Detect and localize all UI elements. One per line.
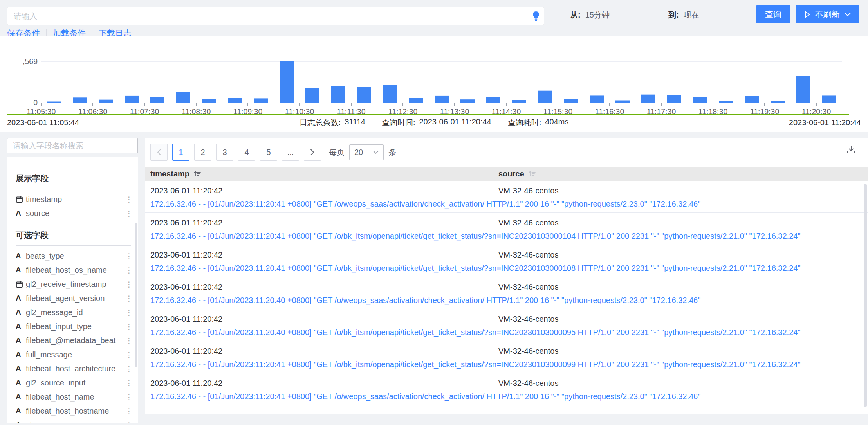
field-name: filebeat_host_os_name <box>26 266 125 275</box>
query-search-input[interactable] <box>7 12 528 21</box>
log-timestamp: 2023-06-01 11:20:42 <box>150 186 498 195</box>
log-source: VM-32-46-centos <box>498 283 558 292</box>
field-item[interactable]: A filebeat_@metadata_beat ⋮ <box>16 333 131 348</box>
auto-refresh-button[interactable]: 不刷新 <box>796 5 859 23</box>
log-row[interactable]: 2023-06-01 11:20:42 VM-32-46-centos 172.… <box>145 245 868 277</box>
field-item[interactable]: A source ⋮ <box>16 206 131 220</box>
query-button[interactable]: 查询 <box>756 5 790 23</box>
field-menu-icon[interactable]: ⋮ <box>125 322 131 331</box>
histogram-bar <box>176 92 190 103</box>
string-field-icon: A <box>16 294 26 303</box>
divider <box>16 189 131 189</box>
string-field-icon: A <box>16 393 26 401</box>
field-name: filebeat_@metadata_beat <box>26 336 125 345</box>
log-timestamp: 2023-06-01 11:20:42 <box>150 379 498 388</box>
histogram-panel: 11:05:3011:06:3011:07:3011:08:3011:09:30… <box>0 36 868 132</box>
field-item[interactable]: A beats_type ⋮ <box>16 249 131 263</box>
hint-bulb-icon[interactable] <box>528 7 544 25</box>
log-row[interactable]: 2023-06-01 11:20:42 VM-32-46-centos 172.… <box>145 181 868 213</box>
field-menu-icon[interactable]: ⋮ <box>125 294 131 303</box>
sort-icon[interactable] <box>193 170 201 178</box>
log-count-histogram: 11:05:3011:06:3011:07:3011:08:3011:09:30… <box>23 39 846 117</box>
to-label: 到: <box>668 10 679 20</box>
source-column-header: source <box>498 169 524 178</box>
field-name: filebeat_host_name <box>26 393 125 402</box>
time-range-picker[interactable]: 从: 15分钟 到: 现在 <box>556 7 735 23</box>
field-search-input[interactable] <box>7 138 138 153</box>
log-source: VM-32-46-centos <box>498 218 558 227</box>
histogram-bar <box>150 97 164 103</box>
field-item[interactable]: A filebeat_host_os_name ⋮ <box>16 263 131 277</box>
histogram-bar <box>538 91 552 103</box>
log-row[interactable]: 2023-06-01 11:20:42 VM-32-46-centos 172.… <box>145 341 868 373</box>
field-item[interactable]: A filebeat_input_type ⋮ <box>16 319 131 333</box>
log-row[interactable]: 2023-06-01 11:20:42 VM-32-46-centos 172.… <box>145 373 868 405</box>
field-menu-icon[interactable]: ⋮ <box>125 393 131 402</box>
field-item[interactable]: timestamp ⋮ <box>16 192 131 206</box>
next-page-button[interactable] <box>304 144 321 161</box>
field-menu-icon[interactable]: ⋮ <box>125 378 131 387</box>
page-button-3[interactable]: 3 <box>216 144 233 161</box>
log-row[interactable]: 2023-06-01 11:20:42 VM-32-46-centos 172.… <box>145 309 868 341</box>
download-icon[interactable] <box>846 145 856 156</box>
per-page-label: 每页 <box>329 147 345 158</box>
shown-fields-title: 展示字段 <box>16 173 131 184</box>
field-item[interactable]: A gl2_message_id ⋮ <box>16 305 131 319</box>
field-name: timestamp <box>26 195 125 204</box>
per-page-select[interactable]: 20 <box>349 144 384 160</box>
field-name: filebeat_host_hostname <box>26 407 125 416</box>
to-value: 现在 <box>684 10 699 20</box>
ellipsis-page-button[interactable]: ... <box>282 144 299 161</box>
y-zero-label: 0 <box>33 98 38 107</box>
table-scrollbar[interactable] <box>864 184 867 407</box>
page-button-1[interactable]: 1 <box>172 144 189 161</box>
field-menu-icon[interactable]: ⋮ <box>125 407 131 416</box>
string-field-icon: A <box>16 336 26 345</box>
log-row[interactable]: 2023-06-01 11:20:42 VM-32-46-centos 172.… <box>145 277 868 309</box>
sidebar-scrollbar[interactable] <box>135 223 137 367</box>
histogram-bar <box>667 95 681 103</box>
field-menu-icon[interactable]: ⋮ <box>125 266 131 275</box>
field-menu-icon[interactable]: ⋮ <box>125 252 131 261</box>
field-item[interactable]: A filebeat_host_architecture ⋮ <box>16 362 131 376</box>
y-max-label: 4,569 <box>23 57 38 66</box>
field-menu-icon[interactable]: ⋮ <box>125 209 131 218</box>
string-field-icon: A <box>16 209 26 218</box>
prev-page-button[interactable] <box>150 144 168 161</box>
field-menu-icon[interactable]: ⋮ <box>125 364 131 373</box>
page-button-4[interactable]: 4 <box>238 144 255 161</box>
field-item[interactable]: gl2_receive_timestamp ⋮ <box>16 277 131 291</box>
log-rows: 2023-06-01 11:20:42 VM-32-46-centos 172.… <box>145 181 868 405</box>
log-message: 172.16.32.46 - - [01/Jun/2023:11:20:40 +… <box>150 328 868 337</box>
field-item[interactable]: A full_message ⋮ <box>16 348 131 362</box>
histogram-bar <box>822 95 836 103</box>
log-timestamp: 2023-06-01 11:20:42 <box>150 347 498 356</box>
time-range-indicator-line <box>7 114 849 115</box>
field-menu-icon[interactable]: ⋮ <box>125 350 131 359</box>
query-search-box <box>7 7 544 25</box>
histogram-bar <box>73 97 87 103</box>
histogram-bar <box>254 98 268 103</box>
field-menu-icon[interactable]: ⋮ <box>125 308 131 317</box>
field-menu-icon[interactable]: ⋮ <box>125 336 131 345</box>
optional-fields-title: 可选字段 <box>16 230 131 241</box>
histogram-bar <box>409 98 423 103</box>
field-item[interactable]: A gl2_source_input ⋮ <box>16 376 131 390</box>
log-source: VM-32-46-centos <box>498 186 558 195</box>
field-item[interactable]: A filebeat_host_name ⋮ <box>16 390 131 404</box>
field-item[interactable]: A filebeat_agent_version ⋮ <box>16 291 131 305</box>
field-name: filebeat_agent_version <box>26 294 125 303</box>
field-menu-icon[interactable]: ⋮ <box>125 195 131 204</box>
page-button-5[interactable]: 5 <box>260 144 277 161</box>
histogram-bar <box>331 86 345 103</box>
field-item[interactable]: A streams ⋮ <box>16 418 131 423</box>
field-item[interactable]: A filebeat_host_hostname ⋮ <box>16 404 131 418</box>
log-row[interactable]: 2023-06-01 11:20:42 VM-32-46-centos 172.… <box>145 213 868 245</box>
field-menu-icon[interactable]: ⋮ <box>125 421 131 423</box>
field-menu-icon[interactable]: ⋮ <box>125 280 131 289</box>
refresh-label: 不刷新 <box>815 9 840 20</box>
chevron-down-icon[interactable] <box>845 13 851 16</box>
sort-icon[interactable] <box>528 170 536 178</box>
duration-value: 404ms <box>545 117 568 128</box>
page-button-2[interactable]: 2 <box>194 144 211 161</box>
